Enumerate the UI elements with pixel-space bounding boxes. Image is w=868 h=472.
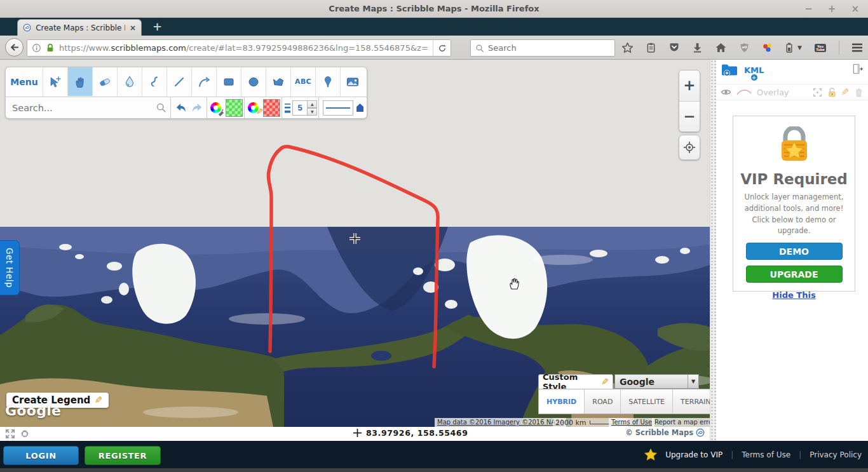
polygon-tool[interactable] (266, 67, 290, 96)
map-type-hybrid[interactable]: HYBRID (539, 389, 584, 414)
bookmark-star-button[interactable] (621, 42, 634, 54)
fill-color-swatch[interactable] (223, 97, 243, 118)
focus-layer-icon[interactable] (812, 87, 823, 98)
svg-text:uO: uO (742, 45, 747, 49)
undo-icon (175, 102, 187, 114)
overlay-layer-label: Overlay (757, 88, 789, 97)
stroke-color-wheel-icon: ✎ (248, 102, 259, 113)
paint-drop-icon (123, 75, 137, 89)
url-bar[interactable]: https://www.scribblemaps.com/create/#lat… (27, 39, 451, 57)
map-type-terrain[interactable]: TERRAIN (672, 389, 710, 414)
pan-tool[interactable] (67, 67, 92, 96)
line-end-style-button[interactable] (356, 104, 363, 112)
browser-tab[interactable]: Create Maps : Scribble M... × (17, 19, 142, 36)
home-button[interactable] (715, 42, 727, 53)
terms-of-use-link[interactable]: Terms of Use (609, 418, 654, 427)
zoom-in-button[interactable]: + (679, 71, 700, 101)
battery-extension-button[interactable] (785, 42, 793, 53)
colorful-extension-button[interactable] (762, 42, 773, 53)
https-lock-icon (46, 43, 55, 53)
pocket-button[interactable] (668, 42, 680, 53)
edit-layer-icon[interactable]: ✎ (841, 86, 850, 98)
add-folder-icon[interactable] (721, 63, 738, 77)
settings-gear-icon[interactable] (20, 429, 30, 439)
reload-button[interactable] (433, 39, 451, 57)
rectangle-tool[interactable] (216, 67, 241, 96)
redo-button[interactable] (189, 97, 205, 118)
toolbar-separator (839, 41, 839, 55)
upgrade-to-vip-link[interactable]: Upgrade to VIP (665, 450, 722, 459)
lock-layer-icon[interactable] (827, 87, 837, 98)
eraser-tool[interactable] (92, 67, 117, 96)
menu-button[interactable]: Menu (6, 67, 43, 96)
fill-color-wheel-icon (210, 102, 221, 113)
back-arrow-icon (9, 42, 20, 53)
hide-this-link[interactable]: Hide This (772, 290, 815, 300)
undo-button[interactable] (172, 97, 189, 118)
stepper-up-icon[interactable]: ▲ (308, 100, 317, 108)
custom-style-button[interactable]: Custom Style ✎ (538, 374, 613, 389)
demo-button[interactable]: DEMO (746, 243, 843, 260)
map-canvas[interactable]: Menu ABC (0, 60, 710, 441)
extension-caret-icon[interactable]: ▼ (797, 44, 802, 51)
back-button[interactable] (5, 38, 24, 57)
delete-layer-icon[interactable] (854, 87, 864, 98)
collapse-panel-button[interactable] (852, 64, 863, 77)
text-tool[interactable]: ABC (290, 67, 315, 96)
report-map-error-link[interactable]: Report a map error (652, 418, 710, 427)
stroke-width-input[interactable] (292, 100, 308, 116)
get-help-tab[interactable]: Get Help (0, 240, 20, 295)
page-info-icon[interactable] (32, 43, 41, 53)
stroke-width-stepper[interactable]: ▲▼ (308, 100, 317, 116)
new-tab-button[interactable]: + (153, 20, 162, 33)
panel-resize-handle[interactable] (710, 60, 716, 441)
stroke-color-picker[interactable]: ✎ (246, 97, 261, 118)
my-location-button[interactable] (679, 135, 700, 160)
url-text[interactable]: https://www.scribblemaps.com/create/#lat… (59, 43, 428, 53)
map-attribution-bar: Map data ©2016 Imagery ©2016 NASA 2000 k… (0, 418, 710, 427)
bookmarks-menu-button[interactable] (646, 42, 656, 53)
register-button[interactable]: REGISTER (85, 446, 161, 465)
marker-tool[interactable] (315, 67, 340, 96)
zoom-out-button[interactable]: − (679, 101, 700, 131)
footer-privacy-link[interactable]: Privacy Policy (810, 450, 862, 459)
map-provider-select[interactable]: Google ▼ (614, 374, 699, 389)
line-tool[interactable] (166, 67, 191, 96)
map-type-satellite[interactable]: SATELLITE (620, 389, 672, 414)
dropdown-arrow-icon[interactable]: ▼ (688, 375, 698, 388)
curve-tool[interactable] (191, 67, 216, 96)
select-move-tool[interactable] (43, 67, 67, 96)
login-button[interactable]: LOGIN (3, 446, 79, 465)
fullscreen-icon[interactable] (5, 429, 15, 439)
fill-tool[interactable] (117, 67, 142, 96)
scribble-tool[interactable] (142, 67, 166, 96)
stepper-down-icon[interactable]: ▼ (308, 108, 317, 116)
screen-bottom-edge (0, 468, 868, 472)
overlay-layer-row[interactable]: Overlay ✎ (716, 84, 868, 100)
line-style-preview[interactable] (323, 100, 353, 116)
footer-separator: | (731, 450, 733, 459)
image-tool[interactable] (340, 67, 365, 96)
tab-close-button[interactable]: × (130, 24, 136, 32)
add-kml-button[interactable]: KML+ (744, 65, 764, 75)
map-search-input[interactable] (6, 103, 153, 113)
ublock-shield-button[interactable]: uO (739, 42, 750, 53)
line-style-sample (326, 107, 350, 109)
browser-search-bar[interactable] (470, 39, 615, 57)
upgrade-button[interactable]: UPGRADE (746, 266, 843, 283)
vip-description: Unlock layer management, additional tool… (740, 192, 848, 237)
window-close-button[interactable]: × (851, 3, 859, 15)
fill-color-picker[interactable] (208, 97, 223, 118)
visibility-eye-icon[interactable] (721, 88, 731, 97)
ellipse-tool[interactable] (241, 67, 266, 96)
window-maximize-button[interactable]: + (828, 3, 836, 15)
map-type-road[interactable]: ROAD (584, 389, 620, 414)
downloads-button[interactable] (692, 42, 703, 53)
footer-terms-link[interactable]: Terms of Use (742, 450, 790, 459)
hamburger-menu-button[interactable] (851, 43, 863, 53)
map-search-button[interactable] (153, 97, 169, 118)
window-minimize-button[interactable]: − (804, 3, 813, 15)
browser-search-input[interactable] (488, 43, 596, 53)
youtube-extension-button[interactable]: YouTube (814, 43, 827, 53)
stroke-color-swatch[interactable] (261, 97, 280, 118)
